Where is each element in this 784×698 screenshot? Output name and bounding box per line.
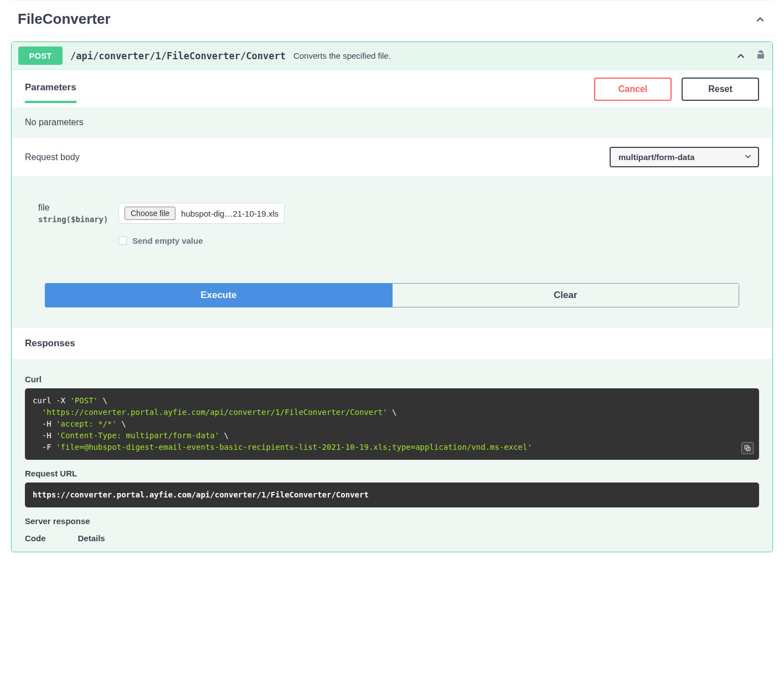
request-url-label: Request URL bbox=[25, 469, 759, 478]
server-response-label: Server response bbox=[25, 516, 759, 526]
reset-button[interactable]: Reset bbox=[682, 78, 759, 101]
send-empty-label: Send empty value bbox=[132, 236, 203, 245]
selected-file-name: hubspot-dig…21-10-19.xls bbox=[181, 209, 278, 218]
chevron-down-icon bbox=[744, 152, 752, 162]
parameters-tabbar: Parameters Cancel Reset bbox=[12, 69, 772, 107]
unlock-icon[interactable] bbox=[756, 50, 766, 62]
method-badge: POST bbox=[18, 47, 63, 65]
operation-block: POST /api/converter/1/FileConverter/Conv… bbox=[11, 42, 773, 552]
request-url-block[interactable]: https://converter.portal.ayfie.com/api/c… bbox=[25, 483, 759, 507]
section-header[interactable]: FileConverter bbox=[11, 0, 773, 36]
request-body-label: Request body bbox=[25, 152, 80, 162]
response-table-header: Code Details bbox=[25, 533, 759, 546]
file-input[interactable]: Choose file hubspot-dig…21-10-19.xls bbox=[118, 203, 285, 224]
operation-description: Converts the specified file. bbox=[293, 51, 391, 60]
curl-method: 'POST' bbox=[70, 396, 98, 405]
chevron-up-icon[interactable] bbox=[754, 13, 766, 25]
curl-code-block[interactable]: curl -X 'POST' \ 'https://converter.port… bbox=[25, 388, 759, 460]
choose-file-button[interactable]: Choose file bbox=[125, 207, 176, 220]
operation-path: /api/converter/1/FileConverter/Convert bbox=[70, 50, 286, 61]
param-name: file bbox=[38, 203, 113, 213]
copy-icon[interactable] bbox=[741, 442, 754, 454]
curl-label: Curl bbox=[25, 374, 759, 384]
content-type-value: multipart/form-data bbox=[618, 152, 695, 162]
section-title: FileConverter bbox=[18, 11, 111, 28]
code-column-header: Code bbox=[25, 533, 46, 543]
param-type: string($binary) bbox=[38, 215, 113, 224]
request-url-value: https://converter.portal.ayfie.com/api/c… bbox=[33, 490, 369, 499]
svg-rect-0 bbox=[757, 54, 764, 58]
chevron-up-icon[interactable] bbox=[735, 50, 747, 62]
request-body-header: Request body multipart/form-data bbox=[12, 137, 772, 176]
execute-button[interactable]: Execute bbox=[45, 283, 393, 307]
tab-parameters[interactable]: Parameters bbox=[25, 82, 76, 103]
clear-button[interactable]: Clear bbox=[393, 283, 740, 307]
send-empty-checkbox[interactable]: Send empty value bbox=[118, 236, 285, 245]
details-column-header: Details bbox=[78, 533, 105, 543]
checkbox-icon[interactable] bbox=[118, 237, 127, 245]
responses-header: Responses bbox=[12, 327, 772, 359]
curl-line-0: 'https://converter.portal.ayfie.com/api/… bbox=[33, 408, 388, 417]
no-parameters-text: No parameters bbox=[12, 107, 772, 137]
responses-area: Curl curl -X 'POST' \ 'https://converter… bbox=[12, 359, 772, 552]
content-type-select[interactable]: multipart/form-data bbox=[610, 147, 759, 167]
curl-cmd-prefix: curl -X bbox=[33, 396, 70, 405]
operation-summary[interactable]: POST /api/converter/1/FileConverter/Conv… bbox=[12, 42, 772, 69]
request-body-form: file string($binary) Choose file hubspot… bbox=[12, 176, 772, 327]
cancel-button[interactable]: Cancel bbox=[594, 78, 672, 101]
